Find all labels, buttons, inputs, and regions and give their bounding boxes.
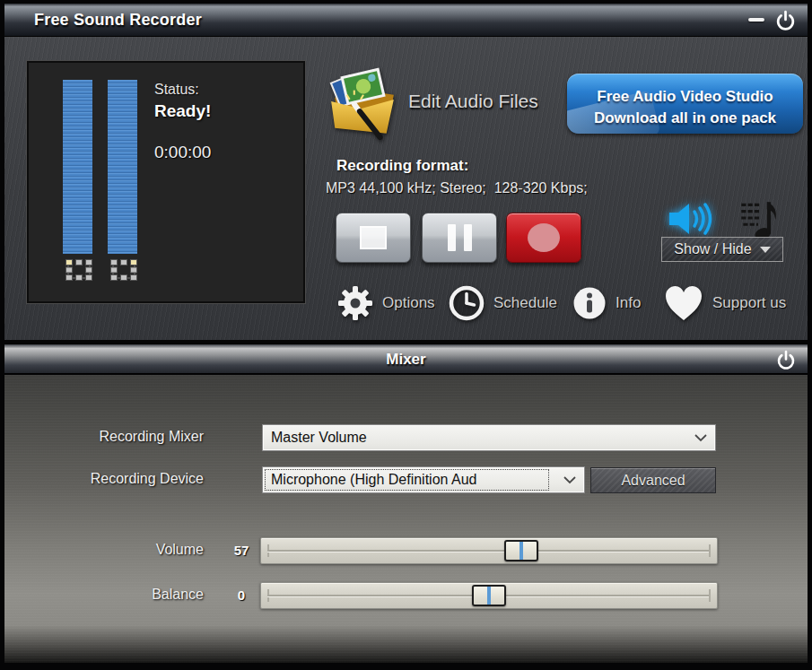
selection-handles-icon bbox=[110, 259, 137, 281]
promo-line2: Download all in one pack bbox=[567, 108, 803, 129]
recording-device-label: Recording Device bbox=[54, 471, 204, 487]
info-icon bbox=[572, 285, 607, 321]
volume-slider[interactable] bbox=[260, 537, 718, 564]
support-us-label: Support us bbox=[712, 294, 786, 312]
info-button[interactable]: Info bbox=[572, 283, 641, 323]
recorder-panel: Status: Ready! 0:00:00 bbox=[4, 37, 808, 340]
promo-line1: Free Audio Video Studio bbox=[567, 86, 803, 108]
recording-format-value: MP3 44,100 kHz; Stereo; 128-320 Kbps; bbox=[326, 180, 588, 196]
mixer-title: Mixer bbox=[4, 351, 808, 369]
status-value: Ready! bbox=[154, 101, 211, 121]
selection-handles-icon bbox=[65, 259, 92, 281]
recording-device-dropdown[interactable]: Microphone (High Definition Aud bbox=[262, 466, 585, 493]
recording-mixer-value: Master Volume bbox=[271, 430, 367, 446]
record-icon bbox=[528, 223, 560, 252]
app-window: Free Sound Recorder bbox=[0, 0, 812, 670]
advanced-button[interactable]: Advanced bbox=[590, 467, 716, 493]
speaker-icon[interactable] bbox=[668, 199, 714, 239]
focus-rectangle bbox=[266, 470, 548, 490]
recording-mixer-dropdown[interactable]: Master Volume bbox=[262, 424, 716, 451]
record-button[interactable] bbox=[506, 213, 581, 263]
pause-icon bbox=[448, 224, 472, 251]
mixer-titlebar: Mixer bbox=[4, 344, 808, 374]
balance-slider-thumb[interactable] bbox=[472, 585, 506, 606]
show-hide-button[interactable]: Show / Hide bbox=[661, 237, 783, 262]
vu-bar-left bbox=[63, 80, 92, 254]
recording-mixer-label: Recording Mixer bbox=[54, 429, 204, 445]
show-hide-label: Show / Hide bbox=[674, 241, 751, 257]
heart-icon bbox=[663, 284, 704, 322]
options-button[interactable]: Options bbox=[336, 283, 435, 323]
minimize-button[interactable] bbox=[748, 18, 764, 22]
edit-audio-files-link[interactable]: Edit Audio Files bbox=[408, 91, 538, 112]
volume-label: Volume bbox=[54, 542, 204, 558]
options-label: Options bbox=[382, 294, 435, 312]
slider-groove bbox=[267, 550, 711, 553]
volume-slider-thumb[interactable] bbox=[504, 540, 538, 561]
balance-slider[interactable] bbox=[260, 582, 718, 609]
stop-button[interactable] bbox=[336, 213, 411, 263]
stop-icon bbox=[360, 226, 387, 249]
power-icon bbox=[774, 9, 797, 32]
minimize-icon bbox=[748, 18, 764, 22]
balance-value: 0 bbox=[226, 587, 257, 603]
music-notes-icon[interactable] bbox=[738, 196, 779, 241]
chevron-down-icon bbox=[760, 247, 771, 253]
volume-value: 57 bbox=[226, 543, 257, 558]
chevron-down-icon bbox=[694, 434, 707, 442]
support-us-button[interactable]: Support us bbox=[663, 283, 786, 323]
schedule-label: Schedule bbox=[493, 294, 557, 312]
mixer-power-button[interactable] bbox=[775, 349, 797, 374]
clock-icon bbox=[448, 284, 485, 322]
mixer-panel: Recording Mixer Master Volume Recording … bbox=[4, 375, 808, 663]
vu-meter-display: Status: Ready! 0:00:00 bbox=[27, 61, 305, 303]
info-label: Info bbox=[616, 294, 641, 312]
vu-bar-right bbox=[108, 80, 137, 254]
schedule-button[interactable]: Schedule bbox=[448, 283, 557, 323]
elapsed-time: 0:00:00 bbox=[154, 143, 211, 162]
close-button[interactable] bbox=[774, 9, 797, 35]
power-icon bbox=[775, 349, 797, 371]
balance-label: Balance bbox=[54, 587, 204, 603]
window-title: Free Sound Recorder bbox=[34, 11, 202, 30]
main-titlebar[interactable]: Free Sound Recorder bbox=[4, 4, 808, 37]
gear-icon bbox=[336, 285, 374, 321]
folder-wand-icon[interactable] bbox=[326, 66, 399, 140]
pause-button[interactable] bbox=[422, 213, 497, 263]
free-studio-promo-button[interactable]: Free Audio Video Studio Download all in … bbox=[567, 74, 803, 134]
status-label: Status: bbox=[154, 82, 211, 98]
chevron-down-icon bbox=[563, 476, 576, 484]
recording-format-label: Recording format: bbox=[336, 157, 468, 175]
